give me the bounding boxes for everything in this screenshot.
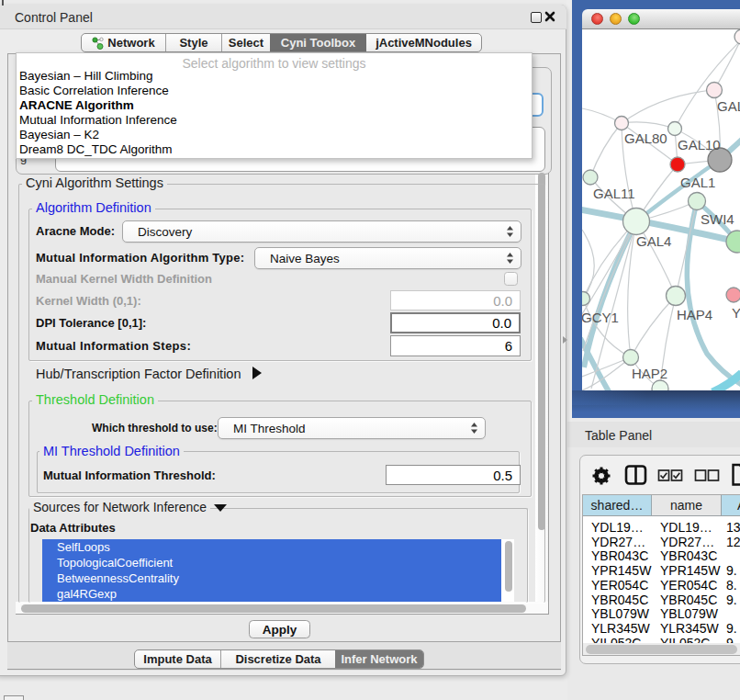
svg-text:SWI4: SWI4	[701, 211, 734, 227]
svg-text:HAP2: HAP2	[632, 366, 667, 381]
svg-text:GAL10: GAL10	[678, 137, 721, 152]
svg-text:GAL80: GAL80	[624, 130, 667, 146]
svg-text:HAP4: HAP4	[677, 307, 712, 322]
svg-text:GAL7: GAL7	[717, 98, 740, 114]
svg-text:GAL4: GAL4	[636, 233, 671, 249]
svg-text:GAL11: GAL11	[593, 186, 635, 201]
svg-text:GAL1: GAL1	[680, 175, 715, 190]
svg-text:GCY1: GCY1	[582, 310, 619, 325]
svg-text:Y: Y	[732, 305, 740, 321]
